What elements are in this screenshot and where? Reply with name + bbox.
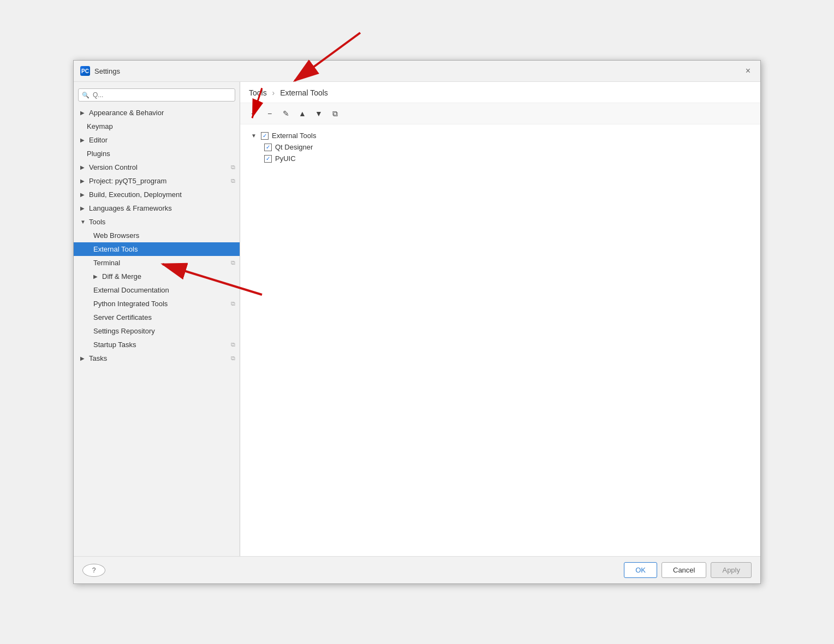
toolbar: + − ✎ ▲ ▼ ⧉: [240, 103, 760, 124]
chevron-right-icon: ▶: [93, 273, 100, 279]
sidebar-item-label: Project: pyQT5_program: [89, 177, 229, 185]
ok-button[interactable]: OK: [624, 562, 657, 578]
cancel-button[interactable]: Cancel: [662, 562, 706, 578]
sidebar-item-appearance-behavior[interactable]: ▶ Appearance & Behavior: [74, 106, 240, 120]
move-up-button[interactable]: ▲: [295, 106, 310, 121]
sidebar-item-languages-frameworks[interactable]: ▶ Languages & Frameworks: [74, 201, 240, 215]
sidebar-item-editor[interactable]: ▶ Editor: [74, 133, 240, 147]
sidebar-item-label: Server Certificates: [93, 313, 235, 321]
sidebar-item-plugins[interactable]: Plugins: [74, 147, 240, 160]
sidebar-item-label: Plugins: [87, 150, 235, 158]
sidebar-item-project[interactable]: ▶ Project: pyQT5_program ⧉: [74, 174, 240, 188]
sidebar-item-terminal[interactable]: Terminal ⧉: [74, 256, 240, 270]
sidebar-item-label: Appearance & Behavior: [89, 109, 235, 117]
copy-icon: ⧉: [231, 300, 235, 307]
copy-icon: ⧉: [231, 259, 235, 266]
breadcrumb: Tools › External Tools: [240, 82, 760, 103]
tree-item-label: Qt Designer: [275, 143, 313, 151]
item-checkbox[interactable]: ✓: [264, 155, 272, 163]
sidebar-item-diff-merge[interactable]: ▶ Diff & Merge: [74, 270, 240, 283]
sidebar-item-label: Languages & Frameworks: [89, 204, 235, 212]
copy-icon: ⧉: [231, 164, 235, 171]
chevron-right-icon: ▶: [80, 110, 87, 116]
tree-item-label: PyUIC: [275, 154, 296, 163]
chevron-down-icon: ▼: [251, 133, 258, 139]
tree-group-label: External Tools: [272, 132, 316, 140]
tree-item-pyuic[interactable]: ✓ PyUIC: [249, 153, 752, 164]
sidebar-item-version-control[interactable]: ▶ Version Control ⧉: [74, 160, 240, 174]
sidebar-item-python-integrated-tools[interactable]: Python Integrated Tools ⧉: [74, 297, 240, 311]
group-checkbox[interactable]: ✓: [261, 132, 269, 140]
breadcrumb-part-external-tools: External Tools: [280, 88, 328, 97]
sidebar-item-tools[interactable]: ▼ Tools: [74, 215, 240, 229]
sidebar-item-build-execution[interactable]: ▶ Build, Execution, Deployment: [74, 188, 240, 201]
search-box: 🔍: [78, 88, 235, 102]
sidebar-item-keymap[interactable]: Keymap: [74, 120, 240, 133]
chevron-right-icon: ▶: [80, 192, 87, 198]
title-bar: PC Settings ×: [74, 61, 760, 82]
sidebar-item-label: Settings Repository: [93, 327, 235, 335]
sidebar-item-label: Tasks: [89, 354, 229, 362]
close-button[interactable]: ×: [742, 65, 754, 77]
search-input[interactable]: [78, 88, 235, 102]
edit-button[interactable]: ✎: [278, 106, 294, 121]
move-down-button[interactable]: ▼: [311, 106, 326, 121]
sidebar-item-tasks[interactable]: ▶ Tasks ⧉: [74, 351, 240, 365]
sidebar-item-label: Keymap: [87, 122, 235, 130]
tree-item-qt-designer[interactable]: ✓ Qt Designer: [249, 141, 752, 153]
chevron-right-icon: ▶: [80, 205, 87, 211]
sidebar-item-label: Startup Tasks: [93, 341, 229, 349]
add-button[interactable]: +: [246, 106, 261, 121]
title-bar-left: PC Settings: [80, 66, 120, 76]
main-panel: Tools › External Tools + − ✎ ▲ ▼ ⧉: [240, 82, 760, 556]
sidebar-item-label: Editor: [89, 136, 235, 144]
sidebar-item-label: External Documentation: [93, 286, 235, 294]
sidebar-item-label: Tools: [89, 218, 235, 226]
sidebar-item-label: Version Control: [89, 163, 229, 171]
sidebar-item-label: Diff & Merge: [102, 272, 235, 281]
copy-icon: ⧉: [231, 355, 235, 362]
sidebar-item-external-documentation[interactable]: External Documentation: [74, 283, 240, 297]
tree-group-external-tools[interactable]: ▼ ✓ External Tools: [249, 130, 752, 141]
sidebar-item-label: Python Integrated Tools: [93, 300, 229, 308]
sidebar-item-label: Build, Execution, Deployment: [89, 190, 235, 199]
chevron-right-icon: ▶: [80, 137, 87, 143]
dialog-body: 🔍 ▶ Appearance & Behavior Keymap ▶ Edito…: [74, 82, 760, 556]
apply-button[interactable]: Apply: [711, 562, 752, 578]
copy-button[interactable]: ⧉: [327, 106, 343, 121]
copy-icon: ⧉: [231, 177, 235, 184]
sidebar-item-label: External Tools: [93, 245, 235, 253]
sidebar-item-label: Web Browsers: [93, 231, 235, 240]
sidebar-item-server-certificates[interactable]: Server Certificates: [74, 311, 240, 324]
remove-button[interactable]: −: [262, 106, 277, 121]
sidebar-item-external-tools[interactable]: External Tools: [74, 242, 240, 256]
search-icon: 🔍: [82, 92, 90, 99]
help-button[interactable]: ?: [82, 564, 105, 577]
dialog-footer: ? OK Cancel Apply: [74, 556, 760, 583]
copy-icon: ⧉: [231, 341, 235, 348]
chevron-right-icon: ▶: [80, 178, 87, 184]
chevron-right-icon: ▶: [80, 355, 87, 361]
chevron-right-icon: ▶: [80, 164, 87, 170]
sidebar-item-label: Terminal: [93, 259, 229, 267]
chevron-down-icon: ▼: [80, 219, 87, 225]
sidebar-item-web-browsers[interactable]: Web Browsers: [74, 229, 240, 242]
sidebar-item-startup-tasks[interactable]: Startup Tasks ⧉: [74, 338, 240, 351]
item-checkbox[interactable]: ✓: [264, 144, 272, 151]
sidebar: 🔍 ▶ Appearance & Behavior Keymap ▶ Edito…: [74, 82, 240, 556]
breadcrumb-part-tools: Tools: [249, 88, 267, 97]
breadcrumb-separator: ›: [272, 88, 275, 97]
app-icon: PC: [80, 66, 90, 76]
main-content-wrapper: Tools › External Tools + − ✎ ▲ ▼ ⧉: [240, 82, 760, 556]
content-area: ▼ ✓ External Tools ✓ Qt Designer ✓ PyUIC: [240, 124, 760, 556]
sidebar-item-settings-repository[interactable]: Settings Repository: [74, 324, 240, 338]
dialog-title: Settings: [94, 67, 120, 75]
settings-dialog: PC Settings × 🔍 ▶ Appearance & Behavior …: [73, 60, 761, 584]
